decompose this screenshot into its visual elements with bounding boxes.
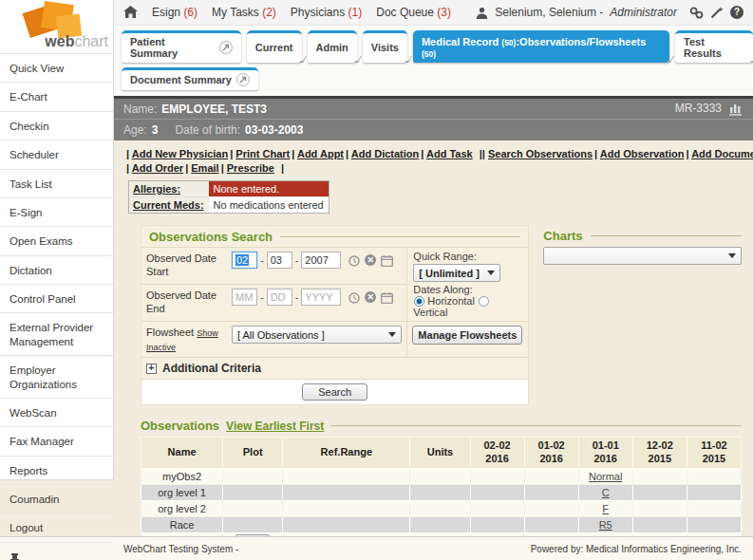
sidebar-item-logout[interactable]: Logout [0,513,113,542]
radio-vertical[interactable] [479,296,489,307]
observed-date-end-inputs: ✕ [227,284,406,321]
observations-title: Observations [141,419,219,433]
calendar-icon[interactable] [381,253,393,266]
current-meds-value: No medications entered [209,197,329,213]
patient-mr-number: MR-3333 [675,102,722,115]
chart-history-icon[interactable] [728,102,744,116]
obs-value-link[interactable]: C [602,487,610,498]
topnav-esign[interactable]: Esign (6) [152,6,198,19]
popout-icon[interactable] [236,73,250,86]
link-add-task[interactable]: Add Task [426,148,473,159]
webchart-logo[interactable]: webchart [0,0,113,54]
link-add-new-physician[interactable]: Add New Physician [132,148,228,159]
sidebar-item-e-sign[interactable]: E-Sign [0,198,113,227]
help-icon[interactable]: ? [730,6,744,19]
obs-name: Race [141,516,223,532]
quick-range-area: Quick Range: [ Unlimited ] Dates Along: … [406,247,528,321]
flowsheet-select-cell: [ All Observations ] [227,321,406,357]
link-email[interactable]: Email [191,162,218,174]
link-add-appt[interactable]: Add Appt [297,148,344,159]
current-meds-link[interactable]: Current Meds: [133,199,204,211]
link-add-document[interactable]: Add Document [691,148,753,159]
view-earliest-first-link[interactable]: View Earliest First [226,420,324,433]
end-day-input[interactable] [267,289,292,306]
time-icon[interactable] [348,253,360,266]
link-add-order[interactable]: Add Order [132,162,183,174]
home-icon[interactable] [123,6,138,20]
link-print-chart[interactable]: Print Chart [235,148,290,159]
table-row: org level 1 C [141,484,742,500]
quick-range-select[interactable]: [ Unlimited ] [413,264,500,282]
quick-links-icon[interactable] [689,6,704,19]
tab-admin[interactable]: Admin [308,30,357,63]
tab-medical-record-observations[interactable]: Medical Record (50):Observations/Flowshe… [413,30,669,63]
main-area: Esign (6) My Tasks (2) Physicians (1) Do… [114,0,753,560]
popout-icon[interactable] [219,41,233,54]
start-month-input[interactable]: 02 [232,252,257,269]
observations-search-panel: Observations Search Observed Date Start … [141,225,529,405]
sidebar-item-dictation[interactable]: Dictation [0,256,113,285]
expand-icon[interactable] [146,364,157,374]
tab-patient-summary[interactable]: Patient Summary [122,30,241,63]
link-add-dictation[interactable]: Add Dictation [351,148,420,159]
search-button[interactable]: Search [302,383,367,401]
start-day-input[interactable] [267,252,292,269]
pin-icon[interactable] [9,550,20,560]
charts-select[interactable] [543,247,742,265]
dates-along-label: Dates Along: [413,284,522,295]
additional-criteria-toggle[interactable]: Additional Criteria [146,362,523,375]
end-month-input[interactable] [232,289,257,306]
topnav-doc-queue[interactable]: Doc Queue (3) [376,6,451,19]
end-year-input[interactable] [301,289,341,306]
sidebar-item-open-exams[interactable]: Open Exams [0,227,113,255]
link-add-observation[interactable]: Add Observation [600,148,685,159]
sidebar-item-employer-organizations[interactable]: Employer Organizations [0,356,113,399]
manage-flowsheets-button[interactable]: Manage Flowsheets [412,326,522,345]
flowsheet-select[interactable]: [ All Observations ] [232,326,402,344]
clear-date-icon[interactable]: ✕ [365,254,376,266]
topnav-my-tasks[interactable]: My Tasks (2) [212,6,276,19]
obs-value-link[interactable]: Normal [589,471,622,482]
link-prescribe[interactable]: Prescribe [227,162,274,174]
allergies-link[interactable]: Allergies: [133,183,180,195]
sidebar-item-reports[interactable]: Reports [0,457,113,485]
quick-links-row-1: Add New PhysicianPrint ChartAdd ApptAdd … [126,147,742,161]
sidebar-item-e-chart[interactable]: E-Chart [0,83,113,111]
sidebar-item-scheduler[interactable]: Scheduler [0,140,113,169]
time-icon[interactable] [348,290,360,303]
patient-dob: 03-03-2003 [245,123,303,137]
link-search-observations[interactable]: Search Observations [488,148,593,159]
sidebar-item-coumadin[interactable]: Coumadin [0,485,113,513]
obs-value-link[interactable]: F [602,503,609,514]
col-ref-range: Ref.Range [283,438,410,469]
sidebar-item-fax-manager[interactable]: Fax Manager [0,427,113,456]
col-plot: Plot [223,438,283,469]
start-year-input[interactable] [301,252,341,269]
radio-horizontal[interactable] [414,296,424,307]
wand-icon[interactable] [710,6,724,19]
user-role: Administrator [610,6,677,19]
manage-flowsheets-cell: Manage Flowsheets [406,321,528,357]
tab-current[interactable]: Current [247,30,302,63]
obs-value-link[interactable]: R5 [599,519,612,531]
obs-name: org level 2 [141,500,223,516]
sidebar-item-checkin[interactable]: Checkin [0,112,113,140]
sidebar-item-external-provider-management[interactable]: External Provider Management [0,313,113,356]
chevron-down-icon [728,253,736,258]
patient-dob-label: Date of birth: [175,123,240,137]
topbar: Esign (6) My Tasks (2) Physicians (1) Do… [114,0,753,26]
tab-test-results[interactable]: Test Results [675,30,753,63]
tab-row-2: Document Summary [122,67,753,90]
clear-date-icon[interactable]: ✕ [365,291,376,303]
sidebar-item-webscan[interactable]: WebScan [0,399,113,427]
observed-date-end-label: Observed Date End [141,284,227,321]
sidebar-item-control-panel[interactable]: Control Panel [0,285,113,313]
sidebar-item-quick-view[interactable]: Quick View [0,54,113,83]
tab-document-summary[interactable]: Document Summary [122,67,258,90]
calendar-icon[interactable] [381,290,393,303]
patient-header: Name: EMPLOYEE, TEST3 MR-3333 Age: 3 Dat… [114,99,753,140]
tab-visits[interactable]: Visits [363,30,407,63]
sidebar-item-task-list[interactable]: Task List [0,170,113,198]
topnav-physicians[interactable]: Physicians (1) [291,6,362,19]
col-date-5: 11-02 2015 [687,438,741,469]
